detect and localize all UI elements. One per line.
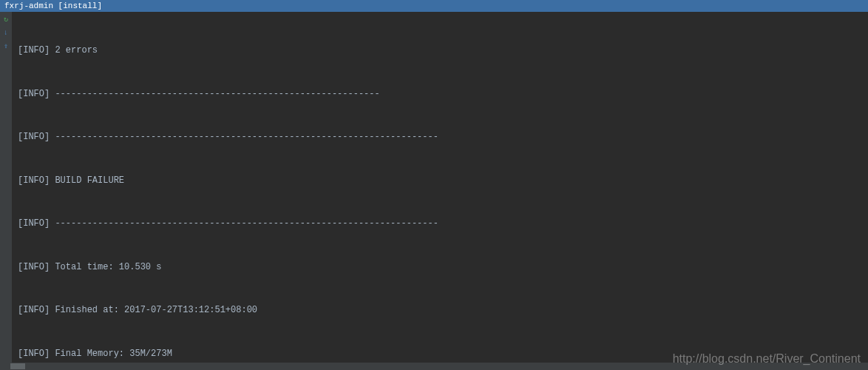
log-line: [INFO] Finished at: 2017-07-27T13:12:51+… (18, 303, 862, 318)
log-text: Final Memory: 35M/273M (50, 349, 172, 359)
log-text: Finished at: 2017-07-27T13:12:51+08:00 (50, 305, 257, 315)
console-area: ↻ ↓ ⇧ [INFO] 2 errors [INFO] -----------… (0, 12, 868, 363)
log-tag: [INFO] (18, 175, 50, 186)
log-tag: [INFO] (18, 89, 50, 99)
console-gutter: ↻ ↓ ⇧ (0, 12, 12, 363)
export-icon[interactable]: ⇧ (1, 41, 10, 50)
log-line: [INFO] 2 errors (18, 44, 862, 58)
run-config-title: fxrj-admin [install] (4, 1, 102, 10)
log-tag: [INFO] (18, 45, 50, 56)
console-output: [INFO] 2 errors [INFO] -----------------… (12, 12, 868, 363)
log-line: [INFO] BUILD FAILURE (18, 174, 862, 189)
horizontal-scrollbar[interactable] (0, 363, 868, 370)
log-line: [INFO] ---------------------------------… (18, 130, 862, 145)
scroll-thumb[interactable] (10, 363, 25, 369)
log-line: [INFO] Total time: 10.530 s (18, 260, 862, 275)
log-line: [INFO] ---------------------------------… (18, 87, 862, 102)
log-tag: [INFO] (18, 218, 50, 229)
rerun-icon[interactable]: ↻ (1, 15, 10, 24)
run-config-titlebar: fxrj-admin [install] (0, 0, 868, 12)
log-text: 2 errors (50, 45, 98, 56)
scroll-down-icon[interactable]: ↓ (1, 28, 10, 37)
log-text: Total time: 10.530 s (50, 262, 161, 272)
log-text: ----------------------------------------… (50, 218, 438, 229)
log-tag: [INFO] (18, 305, 50, 315)
log-text: BUILD FAILURE (50, 175, 124, 186)
log-tag: [INFO] (18, 132, 50, 142)
log-text: ----------------------------------------… (50, 132, 438, 142)
log-line: [INFO] ---------------------------------… (18, 217, 862, 232)
log-tag: [INFO] (18, 349, 50, 359)
log-text: ----------------------------------------… (50, 89, 379, 99)
log-line: [INFO] Final Memory: 35M/273M (18, 347, 862, 362)
log-tag: [INFO] (18, 262, 50, 272)
